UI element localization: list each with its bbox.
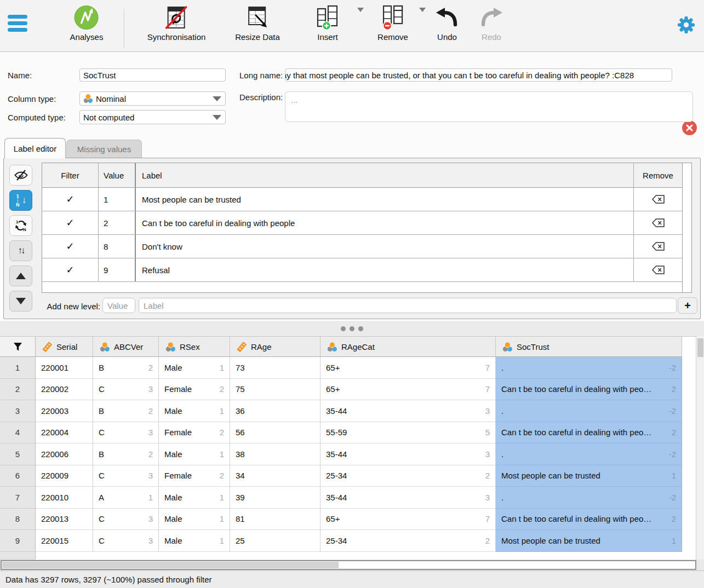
grid-cell[interactable]: 75: [230, 379, 320, 401]
grid-cell[interactable]: Male1: [159, 509, 230, 531]
grid-cell[interactable]: 35-443: [320, 443, 496, 465]
level-label-cell[interactable]: Don't know: [136, 235, 633, 258]
label-editor-scroll-track[interactable]: [683, 163, 692, 293]
remove-level-button[interactable]: [633, 235, 682, 258]
dropdown-arrow-icon[interactable]: [357, 8, 364, 12]
grid-cell[interactable]: 55-595: [320, 422, 496, 444]
grid-cell[interactable]: 65+7: [320, 509, 496, 531]
level-label-cell[interactable]: Refusal: [136, 258, 633, 281]
grid-cell[interactable]: 56: [230, 422, 320, 444]
resize-data-button[interactable]: Resize Data: [235, 4, 280, 42]
grid-cell[interactable]: 35-443: [320, 487, 496, 509]
level-label-cell[interactable]: Most people can be trusted: [136, 188, 633, 211]
grid-cell[interactable]: 25-342: [320, 465, 496, 487]
remove-level-button[interactable]: [633, 188, 682, 211]
grid-cell[interactable]: C3: [93, 509, 159, 531]
computed-type-select[interactable]: Not computed: [79, 110, 226, 124]
grid-cell[interactable]: 220015: [36, 530, 93, 552]
sort-ascending-button[interactable]: 1⋮N↓: [9, 190, 32, 211]
close-editor-button[interactable]: [682, 120, 697, 135]
grid-cell[interactable]: C3: [93, 422, 159, 444]
grid-cell[interactable]: Male1: [159, 487, 230, 509]
grid-cell[interactable]: 220002: [36, 379, 93, 401]
filter-checkbox[interactable]: ✓: [42, 188, 99, 211]
grid-cell[interactable]: 34: [230, 465, 320, 487]
settings-gear-icon[interactable]: [677, 16, 695, 36]
column-header-rage[interactable]: RAge: [230, 337, 320, 357]
grid-cell[interactable]: Most people can be trusted1: [496, 465, 682, 487]
grid-cell[interactable]: Most people can be trusted1: [496, 530, 682, 552]
grid-cell[interactable]: 25-342: [320, 530, 496, 552]
column-type-select[interactable]: Nominal: [79, 91, 226, 106]
grid-cell[interactable]: .-2: [496, 487, 682, 509]
move-updown-button[interactable]: ↑↓: [9, 240, 32, 261]
row-number[interactable]: 8: [0, 509, 36, 531]
grid-cell[interactable]: 220006: [36, 443, 93, 465]
grid-cell[interactable]: .-2: [496, 357, 682, 379]
grid-cell[interactable]: 73: [230, 357, 320, 379]
remove-level-button[interactable]: [633, 258, 682, 281]
grid-cell[interactable]: B2: [93, 443, 159, 465]
dropdown-arrow-icon[interactable]: [419, 8, 426, 12]
grid-cell[interactable]: 65+7: [320, 379, 496, 401]
synchronisation-button[interactable]: Synchronisation: [147, 4, 206, 42]
horizontal-scrollbar-thumb[interactable]: [2, 562, 339, 568]
level-value-cell[interactable]: 2: [99, 211, 136, 234]
row-number[interactable]: 5: [0, 443, 36, 465]
grid-cell[interactable]: 81: [230, 509, 320, 531]
grid-cell[interactable]: 220013: [36, 509, 93, 531]
new-level-value-input[interactable]: Value: [102, 298, 135, 313]
add-level-button[interactable]: +: [678, 297, 697, 314]
grid-cell[interactable]: 220004: [36, 422, 93, 444]
column-header-soctrust[interactable]: SocTrust: [496, 337, 682, 357]
grid-cell[interactable]: Male1: [159, 357, 230, 379]
grid-cell[interactable]: B2: [93, 357, 159, 379]
level-value-cell[interactable]: 8: [99, 235, 136, 258]
grid-cell[interactable]: C3: [93, 379, 159, 401]
level-value-cell[interactable]: 9: [99, 258, 136, 281]
grid-cell[interactable]: 220009: [36, 465, 93, 487]
vertical-scrollbar-thumb[interactable]: [697, 338, 703, 357]
grid-cell[interactable]: 39: [230, 487, 320, 509]
grid-cell[interactable]: C3: [93, 530, 159, 552]
vertical-scrollbar[interactable]: [696, 336, 704, 560]
grid-cell[interactable]: 220003: [36, 400, 93, 422]
filter-checkbox[interactable]: ✓: [42, 258, 99, 281]
insert-button[interactable]: Insert: [316, 4, 340, 42]
row-number[interactable]: 4: [0, 422, 36, 444]
grid-cell[interactable]: A1: [93, 487, 159, 509]
column-header-abcver[interactable]: ABCVer: [93, 337, 159, 357]
toggle-filtered-visibility-button[interactable]: [9, 165, 32, 186]
redo-button[interactable]: Redo: [478, 4, 505, 42]
filter-checkbox[interactable]: ✓: [42, 235, 99, 258]
grid-cell[interactable]: Male1: [159, 530, 230, 552]
row-number[interactable]: 7: [0, 487, 36, 509]
grid-cell[interactable]: 220001: [36, 357, 93, 379]
renumber-values-button[interactable]: 1N: [9, 215, 32, 236]
remove-level-button[interactable]: [633, 211, 682, 234]
tab-missing-values[interactable]: Missing values: [66, 140, 142, 158]
grid-cell[interactable]: Male1: [159, 400, 230, 422]
grid-cell[interactable]: C3: [93, 465, 159, 487]
grid-cell[interactable]: .-2: [496, 400, 682, 422]
row-number[interactable]: 6: [0, 465, 36, 487]
grid-cell[interactable]: 35-443: [320, 400, 496, 422]
undo-button[interactable]: Undo: [434, 4, 460, 42]
name-input[interactable]: SocTrust: [79, 68, 226, 82]
level-label-cell[interactable]: Can t be too careful in dealing with peo…: [136, 211, 633, 234]
row-number[interactable]: 1: [0, 357, 36, 379]
row-number[interactable]: 3: [0, 400, 36, 422]
grid-cell[interactable]: 36: [230, 400, 320, 422]
grid-cell[interactable]: 65+7: [320, 357, 496, 379]
column-header-serial[interactable]: Serial: [36, 337, 93, 357]
grid-cell[interactable]: B2: [93, 400, 159, 422]
grid-cell[interactable]: .-2: [496, 443, 682, 465]
description-textarea[interactable]: ...: [285, 91, 693, 122]
grid-cell[interactable]: 25: [230, 530, 320, 552]
column-header-ragecat[interactable]: RAgeCat: [320, 337, 496, 357]
filter-checkbox[interactable]: ✓: [42, 211, 99, 234]
grid-cell[interactable]: Can t be too careful in dealing with peo…: [496, 422, 682, 444]
move-up-button[interactable]: [9, 266, 32, 286]
move-down-button[interactable]: [9, 291, 32, 312]
long-name-input[interactable]: ay that most people can be trusted, or t…: [285, 68, 672, 82]
